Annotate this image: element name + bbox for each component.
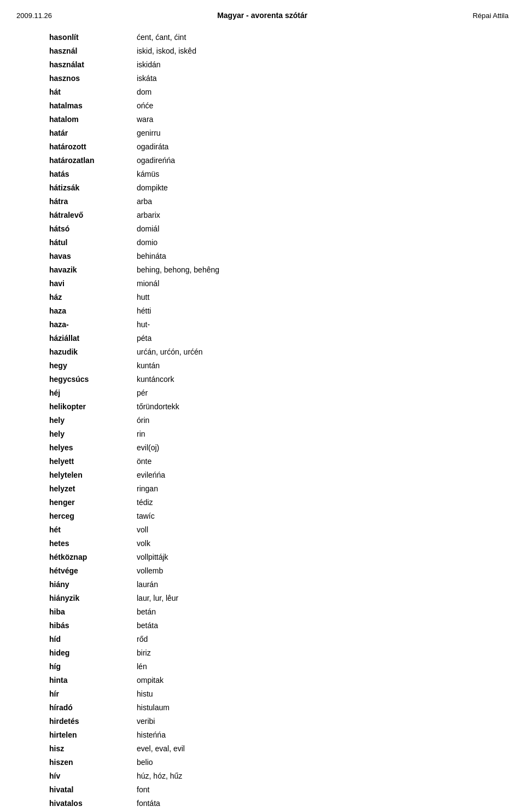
hungarian-word: híradó bbox=[16, 702, 137, 714]
table-row: hercegtawíc bbox=[16, 509, 509, 523]
translation-text: laur, lur, lêur bbox=[137, 593, 509, 604]
hungarian-word: hatalmas bbox=[16, 100, 137, 112]
hungarian-word: havas bbox=[16, 251, 137, 262]
hungarian-word: hátsó bbox=[16, 223, 137, 235]
table-row: hírhistu bbox=[16, 687, 509, 701]
hungarian-word: hátizsák bbox=[16, 182, 137, 194]
translation-text: fontáta bbox=[137, 798, 509, 809]
hungarian-word: hegy bbox=[16, 360, 137, 372]
table-row: hetesvolk bbox=[16, 537, 509, 550]
table-row: hidegbiriz bbox=[16, 646, 509, 660]
table-row: hétvégevollemb bbox=[16, 564, 509, 578]
translation-text: evel, eval, evil bbox=[137, 743, 509, 755]
table-row: helyesevil(oj) bbox=[16, 441, 509, 455]
hungarian-word: hetes bbox=[16, 538, 137, 549]
table-row: helikoptertőründortekk bbox=[16, 400, 509, 414]
hungarian-word: hátul bbox=[16, 237, 137, 248]
translation-text: biriz bbox=[137, 647, 509, 659]
hungarian-word: hát bbox=[16, 86, 137, 98]
translation-text: ćent, ćant, ćint bbox=[137, 32, 509, 43]
hungarian-word: havi bbox=[16, 278, 137, 289]
hungarian-word: hinta bbox=[16, 675, 137, 686]
table-row: hintaompitak bbox=[16, 674, 509, 687]
table-row: hátuldomio bbox=[16, 236, 509, 250]
hungarian-word: henger bbox=[16, 497, 137, 508]
table-row: hasznosiskáta bbox=[16, 72, 509, 85]
translation-text: betán bbox=[137, 606, 509, 618]
translation-text: behing, behong, behêng bbox=[137, 264, 509, 276]
hungarian-word: hétköznap bbox=[16, 552, 137, 563]
table-row: hasonlítćent, ćant, ćint bbox=[16, 31, 509, 44]
table-row: hídrőd bbox=[16, 633, 509, 646]
hungarian-word: hisz bbox=[16, 743, 137, 755]
hungarian-word: hideg bbox=[16, 647, 137, 659]
translation-text: hétti bbox=[137, 305, 509, 317]
translation-text: font bbox=[137, 784, 509, 796]
hungarian-word: herceg bbox=[16, 511, 137, 522]
hungarian-word: hivatalos bbox=[16, 798, 137, 809]
translation-text: voll bbox=[137, 524, 509, 536]
hungarian-word: hirtelen bbox=[16, 729, 137, 741]
translation-text: veribi bbox=[137, 716, 509, 727]
translation-text: histu bbox=[137, 688, 509, 700]
hungarian-word: hiba bbox=[16, 606, 137, 618]
hungarian-word: hasznos bbox=[16, 73, 137, 84]
translation-text: behináta bbox=[137, 251, 509, 262]
dictionary-table: hasonlítćent, ćant, ćinthasználiskid, is… bbox=[16, 31, 509, 812]
translation-text: hut- bbox=[137, 319, 509, 330]
translation-text: betáta bbox=[137, 620, 509, 631]
translation-text: pér bbox=[137, 387, 509, 399]
hungarian-word: hátra bbox=[16, 196, 137, 207]
table-row: hibabetán bbox=[16, 605, 509, 619]
translation-text: ompitak bbox=[137, 675, 509, 686]
translation-text: kámüs bbox=[137, 169, 509, 180]
translation-text: laurán bbox=[137, 579, 509, 590]
translation-text: volk bbox=[137, 538, 509, 549]
table-row: határozatlanogadireńńa bbox=[16, 154, 509, 167]
translation-text: tawíc bbox=[137, 511, 509, 522]
hungarian-word: helyzet bbox=[16, 483, 137, 495]
translation-text: rin bbox=[137, 428, 509, 440]
hungarian-word: hiszen bbox=[16, 757, 137, 768]
hungarian-word: helytelen bbox=[16, 469, 137, 481]
hungarian-word: helikopter bbox=[16, 401, 137, 413]
hungarian-word: hír bbox=[16, 688, 137, 700]
hungarian-word: hegycsúcs bbox=[16, 374, 137, 385]
hungarian-word: hasonlít bbox=[16, 32, 137, 43]
hungarian-word: hatás bbox=[16, 169, 137, 180]
table-row: hívhúz, hóz, hűz bbox=[16, 769, 509, 783]
hungarian-word: hatalom bbox=[16, 114, 137, 125]
table-row: hátralevőarbarix bbox=[16, 208, 509, 222]
table-row: hazahétti bbox=[16, 304, 509, 318]
table-row: hiszenbelio bbox=[16, 756, 509, 769]
hungarian-word: hátralevő bbox=[16, 210, 137, 221]
hungarian-word: határozatlan bbox=[16, 155, 137, 166]
translation-text: histeńńa bbox=[137, 729, 509, 741]
translation-text: wara bbox=[137, 114, 509, 125]
hungarian-word: határ bbox=[16, 127, 137, 139]
translation-text: domio bbox=[137, 237, 509, 248]
translation-text: urćán, urćón, urćén bbox=[137, 346, 509, 358]
hungarian-word: hétvége bbox=[16, 565, 137, 577]
table-row: hengertédiz bbox=[16, 496, 509, 509]
table-row: helyettönte bbox=[16, 455, 509, 468]
translation-text: histulaum bbox=[137, 702, 509, 714]
hungarian-word: híd bbox=[16, 634, 137, 645]
table-row: hátdom bbox=[16, 85, 509, 99]
translation-text: iskidán bbox=[137, 59, 509, 71]
hungarian-word: ház bbox=[16, 292, 137, 303]
translation-text: arba bbox=[137, 196, 509, 207]
hungarian-word: hibás bbox=[16, 620, 137, 631]
table-row: helyzetringan bbox=[16, 482, 509, 496]
table-row: hirdetésveribi bbox=[16, 715, 509, 728]
translation-text: iskáta bbox=[137, 73, 509, 84]
hungarian-word: hely bbox=[16, 415, 137, 426]
translation-text: dom bbox=[137, 86, 509, 98]
translation-text: ogadiráta bbox=[137, 141, 509, 153]
table-row: hiszevel, eval, evil bbox=[16, 742, 509, 756]
table-row: határgenirru bbox=[16, 126, 509, 140]
translation-text: belio bbox=[137, 757, 509, 768]
table-row: hirtelenhisteńńa bbox=[16, 728, 509, 742]
hungarian-word: haza bbox=[16, 305, 137, 317]
translation-text: ogadireńńa bbox=[137, 155, 509, 166]
